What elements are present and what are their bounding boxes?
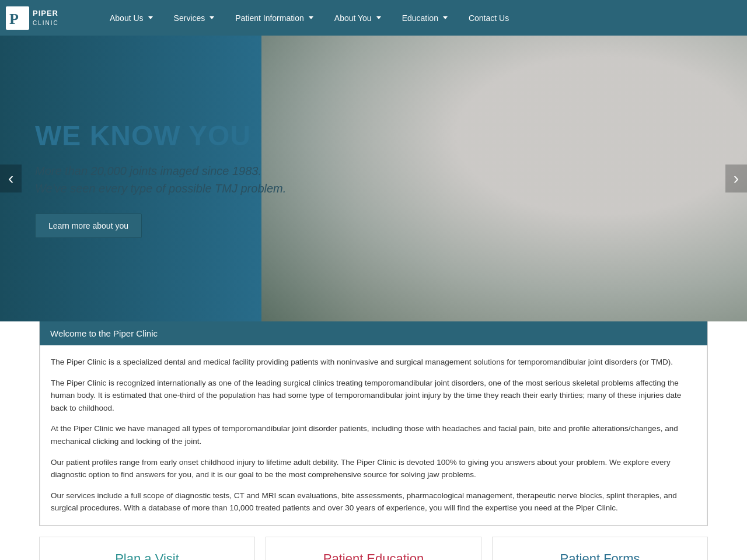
dropdown-caret — [376, 16, 381, 19]
card-patient-forms[interactable]: Patient Forms — [492, 537, 708, 560]
hero-background — [261, 36, 747, 321]
nav-link-contact-us[interactable]: Contact Us — [458, 0, 519, 36]
welcome-paragraph-5: Our services include a full scope of dia… — [51, 489, 696, 514]
nav-link-patient-information[interactable]: Patient Information — [225, 0, 324, 36]
welcome-paragraph-3: At the Piper Clinic we have managed all … — [51, 422, 696, 447]
svg-text:CLINIC: CLINIC — [33, 20, 59, 26]
carousel-next-button[interactable]: › — [725, 164, 747, 192]
hero-section: ‹ WE KNOW YOU More than 20,000 joints im… — [0, 36, 747, 321]
welcome-paragraph-2: The Piper Clinic is recognized internati… — [51, 377, 696, 415]
card-education-title: Patient Education — [278, 551, 469, 560]
svg-text:PIPER: PIPER — [33, 9, 58, 18]
dropdown-caret — [210, 16, 214, 19]
card-plan-visit[interactable]: Plan a Visit — [39, 537, 255, 560]
hero-image — [261, 36, 747, 321]
nav-item-about-us[interactable]: About Us — [99, 0, 163, 36]
nav-item-about-you[interactable]: About You — [324, 0, 392, 36]
welcome-paragraph-1: The Piper Clinic is a specialized dental… — [51, 356, 696, 369]
dropdown-caret — [443, 16, 448, 19]
nav-link-about-you[interactable]: About You — [324, 0, 392, 36]
welcome-body: The Piper Clinic is a specialized dental… — [40, 345, 707, 526]
bottom-cards: Plan a Visit Patient Education Patien — [39, 537, 708, 560]
welcome-paragraph-4: Our patient profiles range from early on… — [51, 456, 696, 481]
card-patient-education[interactable]: Patient Education — [266, 537, 481, 560]
welcome-header: Welcome to the Piper Clinic — [40, 321, 707, 345]
nav-link-education[interactable]: Education — [392, 0, 458, 36]
hero-title: WE KNOW YOU — [35, 120, 286, 152]
nav-item-services[interactable]: Services — [163, 0, 225, 36]
svg-text:P: P — [9, 10, 19, 27]
nav-item-patient-information[interactable]: Patient Information — [225, 0, 324, 36]
site-logo[interactable]: P PIPER CLINIC — [6, 5, 82, 31]
navbar: P PIPER CLINIC About Us Services Patient… — [0, 0, 747, 36]
carousel-prev-button[interactable]: ‹ — [0, 164, 22, 192]
hero-subtitle: More than 20,000 joints imaged since 198… — [35, 162, 286, 197]
nav-links: About Us Services Patient Information Ab… — [99, 0, 519, 36]
dropdown-caret — [148, 16, 153, 19]
nav-item-education[interactable]: Education — [392, 0, 458, 36]
nav-item-contact-us[interactable]: Contact Us — [458, 0, 519, 36]
card-forms-title: Patient Forms — [504, 551, 696, 560]
nav-link-services[interactable]: Services — [163, 0, 225, 36]
dropdown-caret — [309, 16, 313, 19]
card-plan-title: Plan a Visit — [51, 551, 243, 560]
hero-cta-button[interactable]: Learn more about you — [35, 214, 142, 238]
welcome-section: Welcome to the Piper Clinic The Piper Cl… — [39, 321, 708, 526]
hero-content: WE KNOW YOU More than 20,000 joints imag… — [0, 120, 321, 238]
nav-link-about-us[interactable]: About Us — [99, 0, 163, 36]
